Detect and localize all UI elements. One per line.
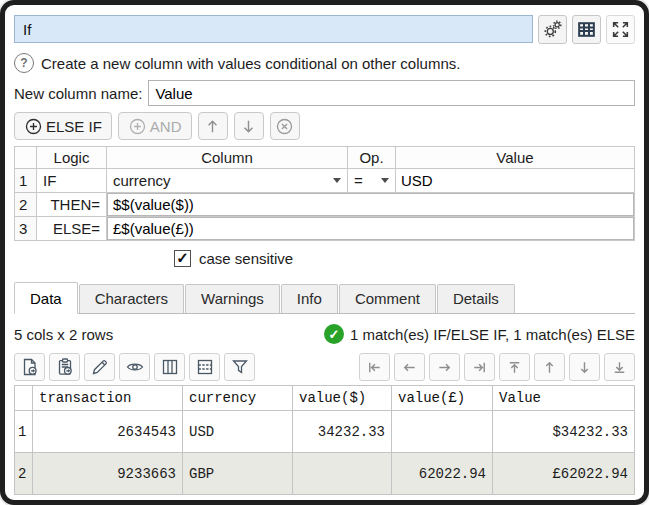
delete-condition-button[interactable]: [270, 112, 300, 140]
column-header-value-gbp[interactable]: value(£): [392, 386, 493, 411]
first-column-icon: [365, 358, 384, 377]
column-view-button[interactable]: [154, 353, 185, 381]
logic-table: Logic Column Op. Value 1 IF currency = 2…: [14, 146, 635, 241]
row-number: 2: [15, 193, 37, 217]
first-column-button[interactable]: [359, 353, 390, 381]
tab-characters[interactable]: Characters: [79, 284, 184, 313]
case-sensitive-checkbox[interactable]: ✓: [174, 250, 191, 267]
move-condition-down-button[interactable]: [234, 112, 264, 140]
first-row-button[interactable]: [499, 353, 530, 381]
tab-warnings[interactable]: Warnings: [185, 284, 280, 313]
help-icon: ?: [14, 53, 34, 73]
row-view-button[interactable]: [189, 353, 220, 381]
add-and-button[interactable]: AND: [118, 112, 192, 140]
logic-keyword-if: IF: [37, 169, 107, 193]
last-row-icon: [610, 358, 629, 377]
copy-clipboard-icon: [55, 357, 75, 377]
new-column-row: New column name:: [14, 80, 635, 106]
settings-button[interactable]: [538, 15, 567, 44]
grid-cell[interactable]: £62022.94: [493, 453, 635, 495]
edit-button[interactable]: [84, 353, 115, 381]
export-file-button[interactable]: [14, 353, 45, 381]
new-column-label: New column name:: [14, 85, 142, 102]
grid-dimensions-text: 5 cols x 2 rows: [14, 326, 113, 343]
delete-circle-icon: [275, 117, 294, 136]
next-row-icon: [575, 358, 594, 377]
column-header-value-usd[interactable]: value($): [293, 386, 392, 411]
expand-button[interactable]: [606, 15, 635, 44]
column-header-transaction[interactable]: transaction: [33, 386, 183, 411]
tab-info[interactable]: Info: [281, 284, 338, 313]
filter-icon: [230, 357, 250, 377]
row-header[interactable]: 2: [15, 453, 33, 495]
grid-cell[interactable]: 62022.94: [392, 453, 493, 495]
previous-column-icon: [400, 358, 419, 377]
logic-column-header: Logic: [37, 147, 107, 169]
down-arrow-icon: [239, 117, 258, 136]
operator-select[interactable]: =: [348, 169, 396, 193]
pencil-icon: [90, 357, 110, 377]
tab-comment[interactable]: Comment: [339, 284, 436, 313]
operator-select-value: =: [354, 172, 363, 189]
last-column-button[interactable]: [464, 353, 495, 381]
column-column-header: Column: [107, 147, 348, 169]
column-header-value-new[interactable]: Value: [493, 386, 635, 411]
transform-name-input[interactable]: [14, 15, 533, 43]
grid-cell[interactable]: 34232.33: [293, 411, 392, 453]
grid-cell[interactable]: $34232.33: [493, 411, 635, 453]
column-select[interactable]: currency: [107, 169, 348, 193]
next-column-button[interactable]: [429, 353, 460, 381]
condition-value-cell: [396, 169, 635, 193]
success-check-icon: ✓: [324, 324, 344, 344]
op-column-header: Op.: [348, 147, 396, 169]
columns-icon: [160, 357, 180, 377]
status-bar: 5 cols x 2 rows ✓ 1 match(es) IF/ELSE IF…: [14, 323, 635, 345]
else-expression-cell: [107, 217, 635, 241]
transform-panel: ? Create a new column with values condit…: [0, 0, 649, 505]
grid-cell[interactable]: USD: [183, 411, 293, 453]
description-text: Create a new column with values conditio…: [41, 55, 460, 72]
gears-icon: [542, 18, 564, 40]
row-number: 1: [15, 169, 37, 193]
row-header[interactable]: 1: [15, 411, 33, 453]
else-expression-input[interactable]: [107, 217, 634, 240]
up-arrow-icon: [203, 117, 222, 136]
grid-cell[interactable]: 9233663: [33, 453, 183, 495]
filter-button[interactable]: [224, 353, 255, 381]
match-status: ✓ 1 match(es) IF/ELSE IF, 1 match(es) EL…: [324, 324, 635, 344]
add-else-if-button[interactable]: ELSE IF: [14, 112, 112, 140]
chevron-down-icon: [381, 178, 389, 183]
expand-icon: [610, 19, 631, 40]
add-and-label: AND: [150, 118, 182, 135]
condition-value-input[interactable]: [401, 169, 629, 192]
then-expression-input[interactable]: [107, 193, 634, 216]
grid-cell[interactable]: [392, 411, 493, 453]
previous-column-button[interactable]: [394, 353, 425, 381]
grid-cell[interactable]: 2634543: [33, 411, 183, 453]
table-view-button[interactable]: [572, 15, 601, 44]
tab-data[interactable]: Data: [14, 282, 78, 314]
grid-cell[interactable]: GBP: [183, 453, 293, 495]
value-column-header: Value: [396, 147, 635, 169]
move-condition-up-button[interactable]: [198, 112, 228, 140]
table-icon: [576, 19, 597, 40]
next-row-button[interactable]: [569, 353, 600, 381]
preview-button[interactable]: [119, 353, 150, 381]
column-select-value: currency: [113, 172, 171, 189]
last-row-button[interactable]: [604, 353, 635, 381]
bottom-tab-bar: Data Characters Warnings Info Comment De…: [14, 282, 635, 314]
title-bar: [14, 14, 635, 44]
previous-row-button[interactable]: [534, 353, 565, 381]
chevron-down-icon: [333, 178, 341, 183]
grid-navigation: [359, 353, 635, 381]
eye-icon: [125, 357, 145, 377]
column-header-currency[interactable]: currency: [183, 386, 293, 411]
copy-clipboard-button[interactable]: [49, 353, 80, 381]
grid-cell[interactable]: [293, 453, 392, 495]
plus-circle-icon: [128, 117, 147, 136]
then-expression-cell: [107, 193, 635, 217]
new-column-input[interactable]: [148, 80, 635, 106]
grid-corner-header: [15, 386, 33, 411]
tab-details[interactable]: Details: [437, 284, 515, 313]
logic-keyword-then: THEN=: [37, 193, 107, 217]
